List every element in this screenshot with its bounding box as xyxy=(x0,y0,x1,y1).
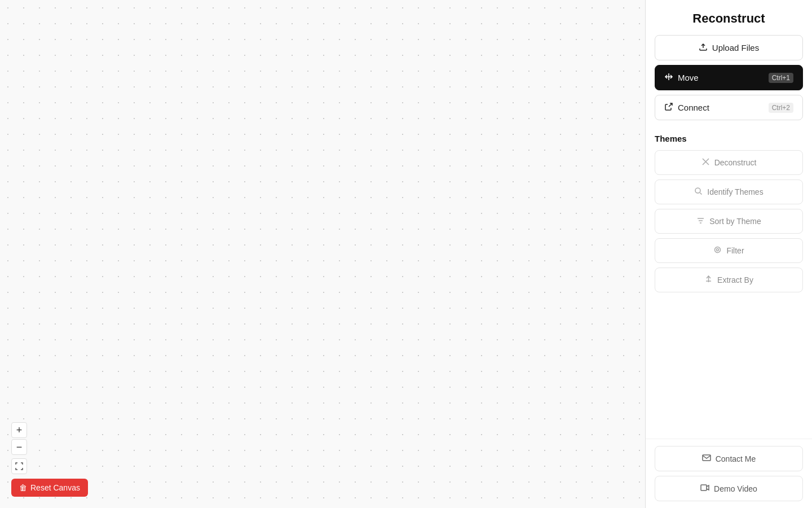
filter-label: Filter xyxy=(726,246,744,255)
trash-icon: 🗑 xyxy=(19,483,27,492)
upload-files-label: Upload Files xyxy=(712,43,759,52)
sort-icon xyxy=(696,216,705,226)
move-icon xyxy=(664,72,673,83)
extract-icon xyxy=(704,275,713,285)
mail-icon xyxy=(702,453,711,464)
themes-section: Themes Deconstruct Identify Themes xyxy=(646,125,812,301)
app-title: Reconstruct xyxy=(646,0,812,35)
sort-by-theme-button[interactable]: Sort by Theme xyxy=(655,209,803,234)
svg-point-1 xyxy=(715,247,721,253)
deconstruct-label: Deconstruct xyxy=(714,158,757,167)
zoom-in-button[interactable]: + xyxy=(11,422,27,438)
sidebar-spacer xyxy=(646,301,812,439)
contact-me-button[interactable]: Contact Me xyxy=(655,446,803,471)
zoom-out-button[interactable]: − xyxy=(11,439,27,455)
svg-point-2 xyxy=(717,249,719,251)
extract-by-button[interactable]: Extract By xyxy=(655,268,803,292)
video-icon xyxy=(700,483,709,494)
move-label: Move xyxy=(678,73,699,82)
extract-by-label: Extract By xyxy=(717,275,753,284)
svg-point-0 xyxy=(695,188,700,193)
reset-canvas-label: Reset Canvas xyxy=(30,483,80,492)
themes-label: Themes xyxy=(655,134,803,143)
identify-icon xyxy=(694,187,703,197)
svg-rect-4 xyxy=(701,485,707,491)
upload-icon xyxy=(699,42,708,53)
demo-video-label: Demo Video xyxy=(714,484,757,493)
canvas-area[interactable]: + − 🗑 Reset Canvas xyxy=(0,0,645,508)
filter-icon xyxy=(713,246,722,256)
sidebar: Reconstruct Upload Files Move Ctrl+1 xyxy=(645,0,812,508)
connect-label: Connect xyxy=(678,103,709,112)
fit-canvas-button[interactable] xyxy=(11,458,27,474)
identify-themes-label: Identify Themes xyxy=(707,187,763,196)
deconstruct-button[interactable]: Deconstruct xyxy=(655,150,803,175)
move-button[interactable]: Move Ctrl+1 xyxy=(655,65,803,90)
filter-button[interactable]: Filter xyxy=(655,238,803,263)
demo-video-button[interactable]: Demo Video xyxy=(655,476,803,501)
identify-themes-button[interactable]: Identify Themes xyxy=(655,179,803,204)
sidebar-bottom: Contact Me Demo Video xyxy=(646,439,812,508)
connect-button[interactable]: Connect Ctrl+2 xyxy=(655,95,803,120)
upload-files-button[interactable]: Upload Files xyxy=(655,35,803,60)
reset-canvas-button[interactable]: 🗑 Reset Canvas xyxy=(11,479,88,497)
connect-shortcut: Ctrl+2 xyxy=(769,103,793,113)
deconstruct-icon xyxy=(701,157,710,168)
svg-rect-3 xyxy=(703,455,710,461)
connect-icon xyxy=(664,102,673,113)
toolbar-section: Upload Files Move Ctrl+1 Connect Ctrl+2 xyxy=(646,35,812,125)
move-shortcut: Ctrl+1 xyxy=(769,73,793,83)
zoom-controls: + − xyxy=(11,422,27,474)
sort-by-theme-label: Sort by Theme xyxy=(709,217,761,226)
contact-me-label: Contact Me xyxy=(716,454,756,463)
